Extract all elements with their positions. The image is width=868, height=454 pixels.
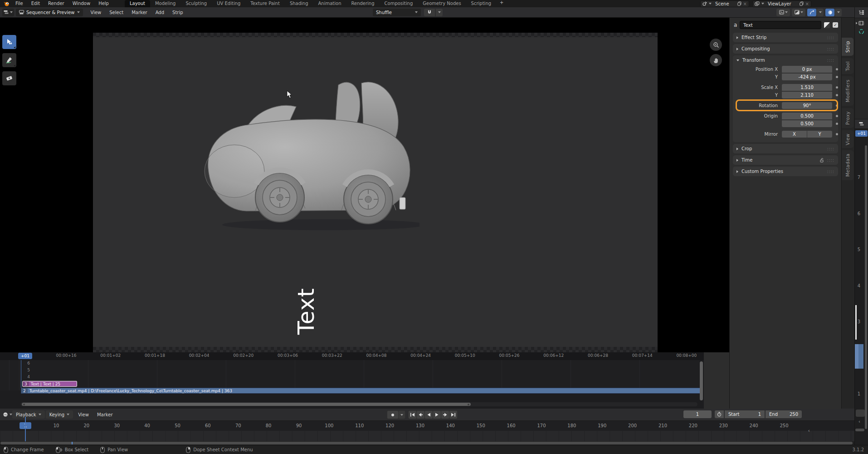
panel-transform-header[interactable]: Transform :::: (733, 55, 838, 65)
workspace-tab[interactable]: Sculpting (180, 0, 212, 7)
sequencer-menu-item[interactable]: View (87, 10, 106, 15)
copy-icon[interactable] (800, 1, 804, 6)
preview-area[interactable]: Text (0, 18, 729, 352)
position-y-field[interactable]: -424 px (782, 74, 832, 80)
tab-metadata[interactable]: Metadata (842, 150, 853, 180)
panel-time[interactable]: Time :::: (733, 155, 838, 165)
gizmo-toggle[interactable] (807, 9, 816, 16)
region-pull-tab[interactable]: ‹ (858, 419, 860, 424)
keyframe-dot[interactable] (836, 133, 838, 135)
use-preview-range-button[interactable] (715, 410, 724, 418)
sequencer-playhead-tag[interactable]: +01 (18, 353, 32, 359)
mirror-x-button[interactable]: X (782, 131, 807, 138)
blade-tool-button[interactable] (2, 71, 16, 85)
topbar-menu-item[interactable]: File (11, 0, 27, 7)
copy-icon[interactable] (737, 1, 741, 6)
sequencer-timeline[interactable]: 00:00+1600:01+0200:01+1800:02+0400:02+20… (0, 352, 704, 409)
workspace-tab[interactable]: Compositing (380, 0, 418, 7)
timeline-editor-type-button[interactable] (3, 411, 12, 419)
mini-selected-strip[interactable] (855, 305, 857, 340)
workspace-tab[interactable]: Rendering (346, 0, 379, 7)
keyframe-dot[interactable] (836, 76, 838, 78)
workspace-tab[interactable]: Modeling (150, 0, 181, 7)
mirror-y-button[interactable]: Y (807, 131, 832, 138)
sequencer-vscrollbar[interactable] (700, 361, 703, 400)
sequencer-menu-item[interactable]: Strip (168, 10, 187, 15)
scale-x-field[interactable]: 1.510 (782, 84, 832, 91)
workspace-tab[interactable]: Texture Paint (245, 0, 285, 7)
mini-header-button[interactable] (856, 410, 865, 417)
outliner-row[interactable] (855, 26, 868, 37)
viewlayer-selector[interactable]: ViewLayer × (752, 0, 811, 7)
timeline-editor[interactable]: Playback Keying View Marker (0, 409, 854, 445)
panel-compositing[interactable]: Compositing :::: (733, 44, 838, 54)
strip-name-input[interactable]: Text (740, 21, 821, 29)
frame-ruler[interactable]: 1020304050607080901001101201301401501601… (0, 421, 854, 431)
keyframe-dot[interactable] (836, 123, 838, 125)
unlink-icon[interactable]: × (743, 1, 747, 6)
sequencer-ruler[interactable]: 00:00+1600:01+0200:01+1800:02+0400:02+20… (0, 352, 704, 360)
overlays-options-button[interactable] (835, 9, 842, 16)
add-workspace-button[interactable]: + (496, 0, 507, 7)
overlays-toggle[interactable] (825, 9, 834, 16)
outliner-row[interactable] (855, 18, 868, 26)
editor-type-button[interactable] (2, 9, 14, 16)
color-tag-icon[interactable] (824, 22, 830, 28)
workspace-tab[interactable]: Layout (125, 0, 150, 7)
workspace-tab[interactable]: Animation (313, 0, 346, 7)
timeline-view-menu[interactable]: View (74, 412, 93, 417)
sequencer-menu-item[interactable]: Select (105, 10, 127, 15)
sequencer-playhead-line[interactable] (21, 360, 21, 390)
jump-to-start-button[interactable] (409, 411, 416, 419)
sequencer-menu-item[interactable]: Marker (127, 10, 151, 15)
blender-logo-icon[interactable] (4, 1, 10, 6)
scrollbar-thumb[interactable] (22, 403, 471, 406)
jump-to-end-button[interactable] (449, 411, 457, 419)
keying-menu[interactable]: Keying (46, 410, 73, 419)
pan-gizmo[interactable] (710, 54, 722, 66)
tab-modifiers[interactable]: Modifiers (842, 76, 853, 105)
timeline-playhead-line[interactable] (25, 417, 26, 441)
record-options-button[interactable] (399, 411, 405, 419)
play-button[interactable] (433, 411, 441, 419)
sequencer-menu-item[interactable]: Add (151, 10, 168, 15)
mini-movie-strip[interactable] (855, 344, 863, 369)
keyframe-dot[interactable] (836, 94, 838, 96)
topbar-menu-item[interactable]: Help (94, 0, 113, 7)
scrollbar-thumb[interactable] (0, 442, 853, 444)
scrollbar-handle-right[interactable] (468, 404, 469, 405)
topbar-menu-item[interactable]: Render (44, 0, 68, 7)
mini-playhead-tag[interactable]: +01 (855, 130, 868, 137)
mini-hscrollbar[interactable] (855, 429, 864, 431)
panel-crop[interactable]: Crop :::: (733, 144, 838, 153)
position-x-field[interactable]: 0 px (782, 66, 832, 73)
overlap-mode-select[interactable]: Shuffle (373, 9, 421, 16)
snapping-options-button[interactable] (436, 9, 443, 16)
snapping-toggle[interactable] (424, 9, 435, 16)
annotate-tool-button[interactable] (2, 53, 16, 67)
tab-proxy[interactable]: Proxy (842, 108, 853, 128)
timeline-hscrollbar[interactable] (0, 441, 854, 445)
record-button[interactable] (387, 411, 398, 419)
scene-selector[interactable]: Scene × (700, 0, 749, 7)
mini-sequencer-header[interactable] (855, 119, 868, 129)
unlock-icon[interactable] (820, 158, 824, 163)
keyframe-dot[interactable] (836, 68, 838, 70)
timeline-marker-menu[interactable]: Marker (93, 412, 117, 417)
play-reverse-button[interactable] (425, 411, 433, 419)
topbar-menu-item[interactable]: Window (68, 0, 94, 7)
preview-display-button[interactable] (776, 9, 790, 16)
playback-menu[interactable]: Playback (12, 410, 45, 419)
region-pull-tab[interactable]: ‹ (808, 428, 810, 434)
start-frame-field[interactable]: Start 1 (725, 410, 765, 418)
panel-custom-properties[interactable]: Custom Properties :::: (733, 167, 838, 176)
keyframe-dot[interactable] (836, 86, 838, 89)
movie-strip[interactable]: 2 Turntable_coaster_seat.mp4 | D:\Freela… (21, 388, 700, 394)
end-frame-field[interactable]: End 250 (766, 410, 802, 418)
sequencer-channels[interactable]: 654 3 Text | Text | 25 2 Turntable_coast… (0, 360, 699, 390)
keyframe-dot[interactable] (836, 115, 838, 117)
origin-y-field[interactable]: 0.500 (782, 120, 832, 127)
zoom-gizmo[interactable] (710, 39, 722, 51)
text-strip[interactable]: 3 Text | Text | 25 (22, 381, 77, 387)
workspace-tab[interactable]: UV Editing (212, 0, 245, 7)
